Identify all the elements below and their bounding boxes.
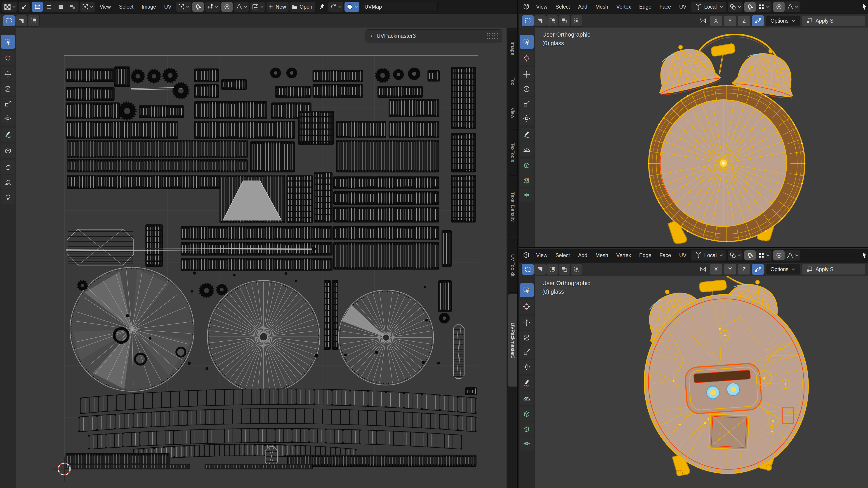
- editor-type-button[interactable]: [521, 2, 531, 12]
- sidebar-tab-texel-density[interactable]: Texel Density: [508, 177, 517, 236]
- menu-uv[interactable]: UV: [676, 249, 690, 262]
- proportional-edit-toggle[interactable]: [221, 2, 232, 12]
- tool-tweak-select[interactable]: [520, 35, 534, 49]
- snap-mode-dropdown[interactable]: [205, 2, 220, 12]
- select-mode-set[interactable]: [3, 15, 15, 26]
- tool-move[interactable]: [520, 316, 534, 330]
- tool-transform[interactable]: [520, 111, 534, 125]
- tool-relax[interactable]: [1, 175, 15, 189]
- menu-vertex[interactable]: Vertex: [613, 249, 634, 262]
- tool-cursor-2d[interactable]: [520, 51, 534, 65]
- open-image-button[interactable]: Open: [290, 2, 315, 12]
- sidebar-tab-tool[interactable]: Tool: [508, 68, 517, 96]
- menu-view[interactable]: View: [533, 249, 551, 262]
- falloff-dropdown[interactable]: [785, 250, 800, 260]
- menu-image[interactable]: Image: [138, 0, 159, 13]
- tool-scale[interactable]: [520, 97, 534, 111]
- panel-drag-grip[interactable]: [486, 33, 498, 39]
- menu-face[interactable]: Face: [656, 0, 675, 13]
- editor-type-button[interactable]: [521, 250, 531, 260]
- apply-scale-button[interactable]: Apply S: [802, 264, 865, 274]
- options-dropdown[interactable]: Options: [766, 264, 800, 274]
- tool-annotate[interactable]: [520, 128, 534, 142]
- tool-measure[interactable]: [520, 142, 534, 156]
- menu-uv[interactable]: UV: [676, 0, 690, 13]
- overlay-pointer-button[interactable]: [860, 2, 868, 12]
- select-mode-extend[interactable]: [534, 264, 546, 275]
- snap-toggle[interactable]: [744, 250, 756, 260]
- snap-individual-toggle[interactable]: [752, 264, 764, 275]
- falloff-dropdown[interactable]: [785, 2, 800, 12]
- select-mode-set[interactable]: [522, 264, 534, 275]
- menu-select[interactable]: Select: [116, 0, 137, 13]
- tool-cursor-2d[interactable]: [1, 51, 15, 65]
- select-mode-extend[interactable]: [534, 15, 546, 26]
- overlay-pointer-button[interactable]: [860, 250, 868, 260]
- menu-view[interactable]: View: [533, 0, 551, 13]
- snap-toggle[interactable]: [192, 2, 204, 12]
- mirror-z-button[interactable]: Z: [738, 15, 750, 26]
- mirror-x-button[interactable]: X: [710, 15, 722, 26]
- snap-individual-toggle[interactable]: [752, 15, 764, 26]
- menu-face[interactable]: Face: [656, 249, 675, 262]
- select-mode-face[interactable]: [55, 2, 66, 12]
- sidebar-tab-view[interactable]: View: [508, 98, 517, 128]
- options-dropdown[interactable]: Options: [766, 15, 800, 26]
- select-mode-intersect[interactable]: [571, 264, 583, 275]
- menu-edge[interactable]: Edge: [636, 0, 655, 13]
- tool-extrude-region[interactable]: [520, 422, 534, 436]
- tool-annotate[interactable]: [520, 376, 534, 390]
- pivot-dropdown[interactable]: [176, 2, 191, 12]
- menu-view[interactable]: View: [96, 0, 114, 13]
- tool-pinch[interactable]: [1, 190, 15, 203]
- tool-rotate[interactable]: [1, 82, 15, 96]
- menu-add[interactable]: Add: [575, 249, 591, 262]
- tool-transform[interactable]: [520, 360, 534, 374]
- select-mode-subtract[interactable]: [546, 264, 558, 275]
- uvpackmaster-panel[interactable]: UVPackmaster3: [366, 29, 502, 42]
- tool-move[interactable]: [520, 67, 534, 81]
- tool-inset-faces[interactable]: [520, 188, 534, 202]
- menu-mesh[interactable]: Mesh: [592, 249, 612, 262]
- tool-tweak-select[interactable]: [520, 283, 534, 297]
- select-mode-vertex[interactable]: [32, 2, 43, 12]
- tool-move[interactable]: [1, 67, 15, 81]
- mirror-button[interactable]: [698, 264, 708, 274]
- sidebar-tab-textools[interactable]: TexTools: [508, 129, 517, 175]
- proportional-edit-toggle[interactable]: [773, 250, 784, 260]
- render-slot-dropdown[interactable]: [328, 2, 343, 12]
- snap-target-dropdown[interactable]: [727, 2, 743, 12]
- tool-grab[interactable]: [1, 160, 15, 174]
- image-browse-dropdown[interactable]: [250, 2, 265, 12]
- menu-vertex[interactable]: Vertex: [613, 0, 634, 13]
- tool-inset-faces[interactable]: [520, 436, 534, 451]
- select-mode-intersect[interactable]: [571, 15, 583, 26]
- tool-rotate[interactable]: [520, 82, 534, 96]
- tool-rip-region[interactable]: [1, 144, 15, 158]
- snap-mode-dropdown[interactable]: [756, 250, 771, 260]
- sidebar-tab-uvpackmaster3[interactable]: UVPackmaster3: [508, 294, 517, 387]
- falloff-dropdown[interactable]: [234, 2, 249, 12]
- snap-mode-dropdown[interactable]: [756, 2, 771, 12]
- transform-orientation-dropdown[interactable]: Local: [691, 250, 726, 260]
- tool-scale[interactable]: [520, 345, 534, 359]
- pin-toggle[interactable]: [316, 2, 327, 12]
- select-mode-subtract[interactable]: [546, 15, 558, 26]
- image-name-field[interactable]: UVMap: [361, 2, 438, 12]
- tool-add-cube[interactable]: [520, 159, 534, 173]
- tool-add-cube[interactable]: [520, 407, 534, 421]
- sidebar-tab-uv-toolkit[interactable]: UV Toolkit: [508, 238, 517, 293]
- mirror-z-button[interactable]: Z: [738, 264, 750, 274]
- mirror-y-button[interactable]: Y: [724, 264, 736, 274]
- tool-annotate[interactable]: [1, 128, 15, 142]
- select-mode-invert[interactable]: [559, 264, 570, 275]
- select-mode-island[interactable]: [67, 2, 78, 12]
- menu-mesh[interactable]: Mesh: [592, 0, 612, 13]
- tool-tweak-select[interactable]: [1, 35, 15, 49]
- uv-canvas[interactable]: UVPackmaster3: [0, 28, 506, 488]
- snap-toggle[interactable]: [744, 2, 756, 12]
- select-mode-subtract[interactable]: [28, 15, 39, 26]
- tool-transform[interactable]: [1, 111, 15, 125]
- tool-extrude-region[interactable]: [520, 173, 534, 187]
- viewport-3d-canvas[interactable]: User Orthographic (0) glass: [519, 28, 868, 247]
